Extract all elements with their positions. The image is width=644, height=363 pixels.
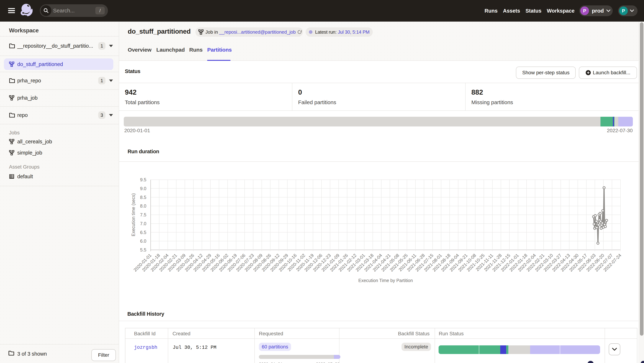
svg-text:9.0: 9.0: [140, 186, 146, 191]
svg-text:Execution Time by Partition: Execution Time by Partition: [358, 278, 413, 283]
svg-text:7.5: 7.5: [140, 212, 146, 217]
svg-text:5.5: 5.5: [140, 247, 146, 252]
svg-text:6.0: 6.0: [140, 238, 146, 244]
svg-text:8.0: 8.0: [140, 204, 146, 208]
svg-text:7.0: 7.0: [140, 221, 146, 226]
svg-text:Execution time (secs): Execution time (secs): [131, 193, 136, 236]
svg-text:6.5: 6.5: [140, 230, 146, 235]
svg-text:8.5: 8.5: [140, 195, 146, 200]
svg-text:9.5: 9.5: [140, 177, 146, 182]
